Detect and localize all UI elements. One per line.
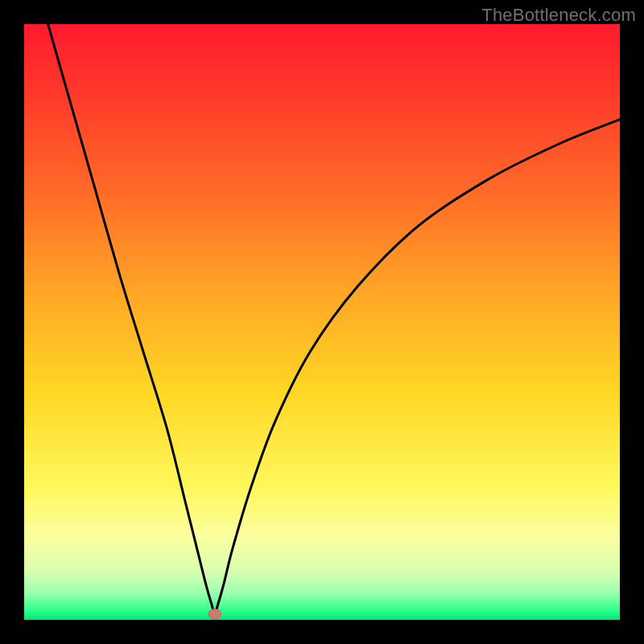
chart-frame (24, 24, 620, 620)
minimum-marker (208, 609, 221, 619)
gradient-background (24, 24, 620, 620)
bottleneck-chart (24, 24, 620, 620)
watermark-text: TheBottleneck.com (481, 5, 636, 26)
